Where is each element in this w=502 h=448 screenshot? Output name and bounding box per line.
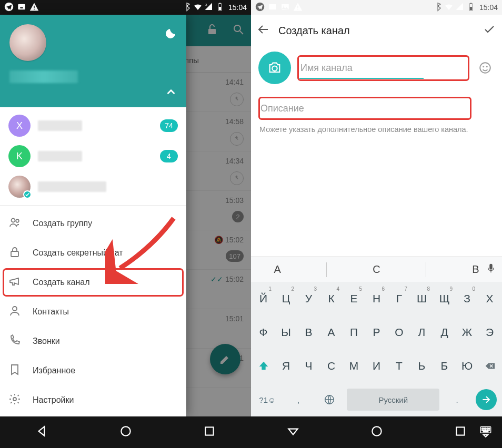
- svg-point-44: [487, 430, 488, 431]
- key-Ц[interactable]: Ц2: [275, 285, 297, 312]
- suggestion[interactable]: А: [274, 263, 280, 276]
- svg-rect-46: [484, 431, 488, 432]
- channel-description-input[interactable]: [259, 98, 470, 119]
- menu-settings[interactable]: Настройки: [0, 385, 186, 415]
- account-name-blurred: [38, 120, 82, 131]
- svg-point-27: [272, 66, 277, 71]
- svg-point-29: [483, 66, 484, 67]
- back-arrow-button[interactable]: [257, 23, 270, 38]
- mic-icon[interactable]: [485, 262, 497, 277]
- key-Ы[interactable]: Ы: [275, 319, 297, 346]
- nav-home-button[interactable]: [119, 424, 133, 440]
- key-О[interactable]: О: [388, 319, 410, 346]
- account-row[interactable]: X 74: [0, 110, 186, 141]
- nav-back-button[interactable]: [35, 424, 49, 440]
- symbols-key[interactable]: ?1☺: [252, 386, 283, 413]
- key-И[interactable]: И: [365, 352, 388, 380]
- key-Г[interactable]: Г7: [388, 285, 410, 312]
- svg-point-14: [13, 307, 17, 311]
- menu-create-group[interactable]: Создать группу: [0, 209, 186, 238]
- gallery-icon: [280, 2, 290, 13]
- current-user-avatar[interactable]: [9, 24, 46, 61]
- key-Ф[interactable]: Ф: [252, 319, 275, 346]
- key-Ш[interactable]: Ш8: [410, 285, 433, 312]
- menu-label: Контакты: [33, 307, 69, 317]
- key-Ь[interactable]: Ь: [410, 352, 433, 380]
- app-header: Создать канал: [251, 15, 502, 46]
- key-Э[interactable]: Э: [478, 319, 501, 346]
- menu-create-channel[interactable]: Создать канал: [3, 269, 183, 296]
- key-Я[interactable]: Я: [275, 352, 297, 380]
- svg-point-45: [489, 430, 490, 431]
- svg-point-33: [372, 426, 381, 435]
- soft-keyboard: А С В Й1Ц2У3К4Е5Н6Г7Ш8Щ9З0Х ФЫВАПРОЛДЖЭ …: [251, 257, 502, 416]
- header-title: Создать канал: [278, 25, 475, 37]
- bookmark-icon: [8, 363, 21, 378]
- key-У[interactable]: У3: [297, 285, 320, 312]
- backspace-key[interactable]: [478, 352, 501, 380]
- key-Е[interactable]: Е5: [343, 285, 365, 312]
- menu-label: Звонки: [33, 337, 60, 346]
- menu-label: Избранное: [33, 366, 75, 375]
- svg-point-28: [480, 63, 490, 73]
- signal-icon: x: [204, 2, 214, 13]
- menu-calls[interactable]: Звонки: [0, 327, 186, 356]
- space-key[interactable]: Русский: [347, 389, 439, 411]
- bluetooth-icon: [433, 2, 443, 13]
- key-Т[interactable]: Т: [388, 352, 410, 380]
- key-Й[interactable]: Й1: [252, 285, 275, 312]
- menu-label: Создать группу: [33, 219, 92, 228]
- key-З[interactable]: З0: [456, 285, 478, 312]
- collapse-accounts-chevron-icon[interactable]: [164, 85, 178, 101]
- key-Б[interactable]: Б: [433, 352, 456, 380]
- nav-back-button[interactable]: [286, 424, 300, 440]
- key-Ч[interactable]: Ч: [297, 352, 320, 380]
- menu-contacts[interactable]: Контакты: [0, 297, 186, 327]
- menu-favorites[interactable]: Избранное: [0, 356, 186, 385]
- nav-recents-button[interactable]: [203, 424, 216, 440]
- svg-point-15: [13, 398, 16, 401]
- hide-keyboard-button[interactable]: [479, 424, 493, 440]
- account-row[interactable]: K 4: [0, 141, 186, 171]
- key-Ж[interactable]: Ж: [456, 319, 478, 346]
- shift-key[interactable]: [252, 352, 275, 380]
- key-Щ[interactable]: Щ9: [433, 285, 456, 312]
- menu-label: Создать канал: [33, 278, 90, 287]
- night-mode-toggle[interactable]: [164, 27, 177, 42]
- language-key[interactable]: [314, 386, 345, 413]
- key-Х[interactable]: Х: [478, 285, 501, 312]
- gear-icon: [8, 393, 21, 408]
- nav-home-button[interactable]: [370, 424, 384, 440]
- suggestion[interactable]: В: [472, 263, 479, 276]
- key-С[interactable]: С: [320, 352, 343, 380]
- key-П[interactable]: П: [343, 319, 365, 346]
- key-Л[interactable]: Л: [410, 319, 433, 346]
- comma-key[interactable]: ,: [283, 386, 314, 413]
- svg-rect-1: [18, 4, 25, 9]
- enter-key[interactable]: [476, 389, 497, 410]
- status-time: 15:04: [479, 3, 498, 12]
- channel-photo-button[interactable]: [258, 52, 291, 84]
- svg-rect-17: [205, 427, 213, 435]
- svg-point-21: [283, 5, 284, 6]
- svg-rect-7: [219, 7, 222, 10]
- suggestion[interactable]: С: [373, 263, 380, 276]
- svg-point-42: [484, 430, 485, 431]
- account-row[interactable]: [0, 171, 186, 202]
- key-Ю[interactable]: Ю: [456, 352, 478, 380]
- period-key[interactable]: .: [441, 386, 473, 413]
- confirm-check-button[interactable]: [483, 23, 496, 38]
- key-В[interactable]: В: [297, 319, 320, 346]
- emoji-button[interactable]: [476, 61, 495, 75]
- channel-name-input[interactable]: [299, 57, 424, 79]
- key-К[interactable]: К4: [320, 285, 343, 312]
- key-М[interactable]: М: [343, 352, 365, 380]
- key-А[interactable]: А: [320, 319, 343, 346]
- key-Н[interactable]: Н6: [365, 285, 388, 312]
- menu-create-secret-chat[interactable]: Создать секретный чат: [0, 238, 186, 268]
- current-user-name-blurred: [9, 70, 78, 83]
- key-Р[interactable]: Р: [365, 319, 388, 346]
- key-Д[interactable]: Д: [433, 319, 456, 346]
- svg-rect-26: [470, 7, 473, 10]
- nav-recents-button[interactable]: [454, 424, 467, 440]
